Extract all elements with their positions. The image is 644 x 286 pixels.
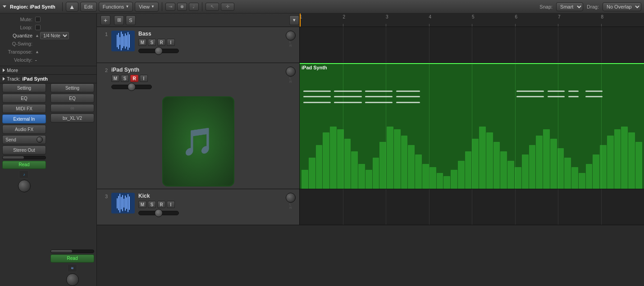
add-folder-button[interactable]: ⊞	[114, 15, 124, 25]
midi-notes-icon[interactable]: ♩	[189, 3, 199, 11]
fader-track-2[interactable]	[111, 85, 152, 89]
pointer-tool[interactable]: ↖	[206, 3, 219, 11]
waveform-icon-2[interactable]: ≋	[67, 264, 77, 272]
move-up-button[interactable]: ▲	[66, 2, 78, 12]
setting-button-2[interactable]: Setting	[50, 83, 94, 92]
midi-bar	[330, 127, 337, 189]
waveform-bar	[118, 196, 119, 210]
midi-fx-button[interactable]: MIDI FX	[2, 104, 46, 113]
track-knob-3[interactable]	[286, 193, 296, 203]
audio-fx-button[interactable]: Audio FX	[2, 125, 46, 134]
mute-btn-1[interactable]: M	[138, 39, 146, 46]
instrument-plugin[interactable]: 🎵	[162, 96, 234, 186]
midi-note	[548, 91, 565, 92]
external-in-button[interactable]: External In	[2, 114, 46, 123]
send-button[interactable]: Send	[2, 135, 46, 144]
fader-1[interactable]	[2, 156, 46, 159]
waveform-bar	[125, 33, 126, 49]
eq-button-1[interactable]: EQ	[2, 94, 46, 103]
track-section[interactable]: Track: iPad Synth	[0, 75, 96, 83]
input-btn-1[interactable]: I	[167, 39, 175, 46]
record-btn-3[interactable]: R	[157, 201, 165, 208]
view-button[interactable]: View ▼	[135, 2, 159, 12]
waveform-bar	[128, 194, 128, 212]
eq-button-2[interactable]: EQ	[50, 94, 94, 103]
track-timeline-3[interactable]	[300, 189, 644, 225]
mute-btn-3[interactable]: M	[138, 201, 146, 208]
fader-thumb-2[interactable]	[128, 83, 136, 91]
fader-2[interactable]	[50, 250, 94, 253]
read-button-1[interactable]: Read	[2, 161, 46, 169]
transpose-label: Transpose:	[3, 49, 35, 54]
track-info-2: iPad Synth M S R I	[111, 67, 282, 89]
record-btn-1[interactable]: R	[157, 39, 165, 46]
edit-button[interactable]: Edit	[80, 2, 97, 12]
ruler-mark-6: 6	[515, 14, 518, 19]
midi-bars-area	[300, 127, 644, 189]
track-timeline-1[interactable]	[300, 27, 644, 63]
setting-button-1[interactable]: Setting	[2, 83, 46, 92]
track-knob-2[interactable]	[286, 67, 296, 77]
tracks-scroll: 1	[97, 27, 644, 286]
quantize-label: Quantize	[3, 33, 35, 38]
midi-bar	[451, 170, 457, 189]
functions-label: Functions	[103, 4, 124, 9]
waveform-bar	[117, 198, 118, 209]
midi-bar	[522, 154, 529, 189]
mute-checkbox[interactable]	[35, 17, 41, 22]
track-timeline-2[interactable]: iPad Synth	[300, 63, 644, 189]
quantize-select[interactable]: 1/4 Note	[40, 32, 69, 39]
record-icon[interactable]: ⏺	[177, 3, 187, 11]
midi-bar	[486, 132, 493, 189]
mute-btn-2[interactable]: M	[111, 75, 119, 82]
music-note-icon-1[interactable]: ♪	[19, 170, 29, 178]
grid-line	[429, 189, 429, 225]
waveform-bar	[129, 34, 130, 48]
cycle-button[interactable]: S	[126, 15, 136, 25]
track-number-1: 1	[100, 31, 108, 37]
midi-bar	[337, 129, 344, 189]
fader-track-3[interactable]	[138, 211, 179, 215]
transpose-row: Transpose: ▲	[3, 48, 94, 56]
read-button-2[interactable]: Read	[50, 254, 94, 263]
grid-line	[558, 189, 558, 225]
snap-select[interactable]: Smart	[556, 2, 583, 11]
waveform-bar	[128, 32, 128, 50]
more-section[interactable]: More	[0, 66, 96, 75]
link-icon[interactable]: ∞	[50, 104, 94, 112]
midi-in-icon[interactable]: ⇥	[165, 3, 175, 11]
lr-label-3: L R	[289, 203, 292, 210]
record-btn-2[interactable]: R	[130, 75, 138, 82]
drag-label: Drag:	[587, 4, 599, 9]
volume-knob-1[interactable]	[18, 180, 31, 192]
input-btn-3[interactable]: I	[167, 201, 175, 208]
ruler-tick-8	[601, 24, 602, 27]
midi-bar	[344, 139, 351, 189]
track-header-1: 1	[97, 27, 300, 63]
fader-thumb-1[interactable]	[155, 47, 163, 55]
fader-track-1[interactable]	[138, 49, 179, 53]
loop-checkbox[interactable]	[35, 25, 41, 30]
send-knob[interactable]	[37, 136, 43, 143]
input-btn-2[interactable]: I	[140, 75, 148, 82]
functions-button[interactable]: Functions ▼	[99, 2, 133, 12]
solo-btn-2[interactable]: S	[121, 75, 129, 82]
plugin-button[interactable]: bx_XL V2	[50, 113, 94, 123]
midi-bar	[593, 154, 599, 189]
track-buttons-3: M S R I	[138, 201, 282, 208]
volume-knob-2[interactable]	[66, 273, 79, 286]
midi-region[interactable]: iPad Synth	[300, 63, 644, 189]
midi-note	[548, 96, 565, 97]
track-knob-1[interactable]	[286, 31, 296, 41]
add-track-button[interactable]: +	[100, 15, 110, 25]
solo-btn-1[interactable]: S	[148, 39, 156, 46]
plus-tool[interactable]: ✛	[221, 3, 234, 11]
velocity-row: Velocity: -	[3, 56, 94, 64]
drag-select[interactable]: No Overlap	[603, 2, 641, 11]
stereo-out-button[interactable]: Stereo Out	[2, 145, 46, 154]
waveform-bar	[119, 194, 120, 212]
solo-btn-3[interactable]: S	[148, 201, 156, 208]
more-triangle-icon	[3, 68, 5, 72]
fader-thumb-3[interactable]	[155, 209, 163, 217]
collapse-button[interactable]: ▾	[289, 15, 299, 25]
